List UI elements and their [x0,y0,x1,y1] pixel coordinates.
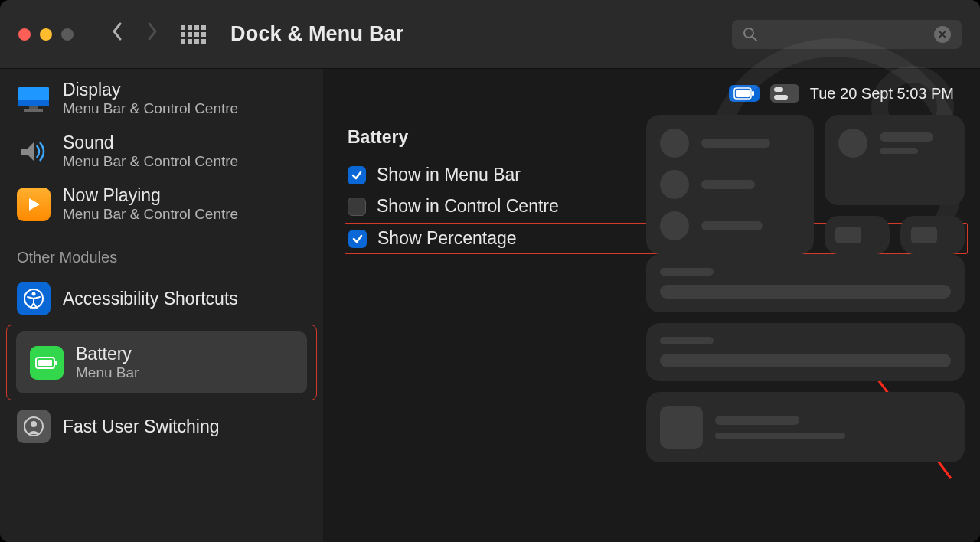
checkbox-icon [348,230,367,248]
menubar-preview: Tue 20 Sept 5:03 PM [343,81,960,118]
search-field[interactable]: ✕ [732,20,962,49]
search-icon [743,27,758,42]
forward-button[interactable] [145,21,159,47]
checkbox-icon [348,166,366,184]
sound-icon [17,135,51,168]
svg-rect-3 [18,100,49,106]
sidebar-title: Sound [63,132,238,153]
sidebar-item-accessibility[interactable]: Accessibility Shortcuts [0,274,323,323]
window-controls [18,28,74,41]
battery-icon [30,346,64,380]
menubar-datetime: Tue 20 Sept 5:03 PM [810,85,954,103]
sidebar-subtitle: Menu Bar [76,364,139,381]
preferences-window: Dock & Menu Bar ✕ Display Menu Bar & Con… [0,0,980,542]
window-title: Dock & Menu Bar [230,22,404,46]
svg-rect-11 [55,361,57,365]
svg-marker-6 [29,198,40,211]
svg-rect-4 [29,106,38,109]
svg-line-1 [753,37,756,41]
back-button[interactable] [110,21,124,47]
checkbox-icon [348,198,366,216]
svg-point-8 [32,292,36,296]
sidebar-item-display[interactable]: Display Menu Bar & Control Centre [0,72,323,125]
sidebar: Display Menu Bar & Control Centre Sound … [0,69,323,542]
close-window-button[interactable] [18,28,31,41]
option-label: Show in Control Centre [377,196,559,217]
svg-rect-15 [736,90,750,97]
sidebar-section-other: Other Modules [0,230,323,274]
display-icon [17,82,51,116]
control-centre-preview [646,115,965,473]
sidebar-title: Battery [76,344,139,364]
sidebar-item-now-playing[interactable]: Now Playing Menu Bar & Control Centre [0,178,323,230]
user-icon [17,410,51,443]
minimize-window-button[interactable] [40,28,52,41]
svg-rect-5 [24,109,43,112]
svg-rect-10 [38,360,52,366]
sidebar-subtitle: Menu Bar & Control Centre [63,153,238,170]
clear-search-button[interactable]: ✕ [934,26,951,43]
svg-point-0 [744,28,753,38]
sidebar-subtitle: Menu Bar & Control Centre [63,100,238,117]
option-label: Show in Menu Bar [377,165,521,185]
zoom-window-button[interactable] [61,28,74,41]
nav-controls [110,21,206,47]
sidebar-item-battery[interactable]: Battery Menu Bar [16,331,307,393]
sidebar-title: Display [63,80,238,100]
show-all-icon[interactable] [181,25,206,44]
sidebar-subtitle: Menu Bar & Control Centre [63,206,238,223]
annotation-highlight-sidebar: Battery Menu Bar [6,325,317,400]
svg-point-13 [31,421,37,427]
sidebar-title: Now Playing [63,185,238,206]
sidebar-item-sound[interactable]: Sound Menu Bar & Control Centre [0,125,323,178]
menubar-control-centre-icon[interactable] [770,84,799,103]
main-pane: Tue 20 Sept 5:03 PM Battery Show in Menu… [323,69,980,542]
accessibility-icon [17,282,51,315]
sidebar-title: Accessibility Shortcuts [63,289,238,309]
svg-rect-16 [752,91,754,96]
titlebar: Dock & Menu Bar ✕ [0,0,980,69]
option-label: Show Percentage [377,228,517,249]
sidebar-title: Fast User Switching [63,416,220,437]
menubar-battery-icon[interactable] [729,85,760,102]
sidebar-item-fast-user-switching[interactable]: Fast User Switching [0,402,323,451]
now-playing-icon [17,188,51,221]
